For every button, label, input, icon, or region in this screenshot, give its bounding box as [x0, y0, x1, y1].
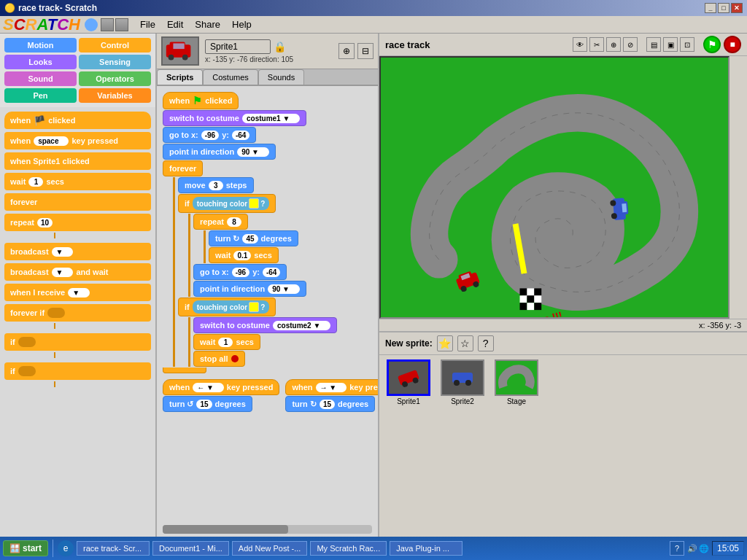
block-switch-costume[interactable]: switch to costume costume1 ▼ — [163, 110, 306, 126]
category-sensing[interactable]: Sensing — [79, 55, 151, 69]
category-variables[interactable]: Variables — [79, 88, 151, 103]
block-when-sprite[interactable]: when Sprite1 clicked — [4, 152, 151, 170]
sprite-thumbnail — [161, 36, 199, 66]
block-point-dir[interactable]: point in direction 90 ▼ — [163, 144, 276, 160]
sprite-item-sprite1[interactable]: Sprite1 — [384, 359, 433, 405]
category-buttons: Motion Control Looks Sensing Sound Opera… — [0, 34, 155, 107]
sprite-selector-header: New sprite: ⭐ ☆ ? — [379, 332, 747, 355]
view-btn3[interactable]: ⊕ — [606, 37, 621, 52]
add-sprite-star[interactable]: ☆ — [457, 335, 473, 351]
layout-btn1[interactable]: ▤ — [646, 37, 661, 52]
sprite2-thumb[interactable] — [441, 359, 484, 396]
category-control[interactable]: Control — [79, 38, 151, 52]
taskbar-wordpress[interactable]: Add New Post -... — [232, 541, 308, 556]
taskbar-word[interactable]: Document1 - Mi... — [152, 541, 229, 556]
category-operators[interactable]: Operators — [79, 71, 151, 86]
block-broadcast[interactable]: broadcast ▼ — [4, 243, 151, 260]
key-scripts-row: when ← ▼ key pressed turn ↺ 15 degrees w… — [163, 379, 372, 417]
block-point2[interactable]: point in direction 90 ▼ — [193, 281, 306, 297]
sprite-item-stage[interactable]: Stage — [492, 359, 541, 405]
ie-icon[interactable]: e — [58, 540, 74, 556]
svg-point-33 — [465, 380, 471, 386]
block-repeat[interactable]: repeat 8 — [193, 214, 248, 230]
block-left-key[interactable]: when ← ▼ key pressed — [163, 379, 279, 395]
tab-costumes[interactable]: Costumes — [203, 69, 258, 85]
menu-edit[interactable]: Edit — [167, 19, 183, 30]
add-sprite-folder[interactable]: ? — [478, 335, 494, 351]
block-repeat[interactable]: repeat 10 — [4, 214, 151, 231]
sprite-name-input[interactable] — [205, 39, 271, 54]
sprite-view-btn1[interactable]: ⊕ — [338, 43, 355, 59]
sprite-item-sprite2[interactable]: Sprite2 — [438, 359, 487, 405]
block-broadcast-wait[interactable]: broadcast ▼ and wait — [4, 263, 151, 281]
scrollbar-thumb[interactable] — [163, 525, 288, 534]
green-flag-button[interactable]: ⚑ — [703, 36, 721, 53]
horizontal-scrollbar[interactable] — [163, 525, 372, 534]
block-turn[interactable]: turn ↻ 45 degrees — [209, 230, 298, 246]
block-forever[interactable]: forever — [4, 193, 151, 211]
taskbar-java[interactable]: Java Plug-in ... — [390, 541, 462, 556]
category-looks[interactable]: Looks — [4, 55, 77, 69]
tray-icon2: 🌐 — [699, 544, 709, 553]
block-right-key[interactable]: when → ▼ key pressed — [285, 379, 378, 395]
tab-scripts[interactable]: Scripts — [157, 69, 203, 85]
close-button[interactable]: ✕ — [731, 3, 743, 13]
block-forever-if[interactable]: forever if — [4, 304, 151, 322]
scripts-area[interactable]: when ⚑ clicked switch to costume costume… — [157, 86, 378, 537]
svg-rect-23 — [520, 303, 527, 310]
minimize-button[interactable]: _ — [705, 3, 716, 13]
taskbar-scratch2[interactable]: My Scratch Rac... — [310, 541, 387, 556]
start-button[interactable]: 🪟 start — [3, 540, 48, 556]
scratch-logo: SCRATCH — [3, 15, 80, 34]
menu-help[interactable]: Help — [232, 19, 252, 30]
block-wait2[interactable]: wait 1 secs — [193, 334, 260, 350]
add-sprite-paint[interactable]: ⭐ — [437, 335, 453, 351]
block-forever[interactable]: forever — [163, 160, 203, 176]
category-pen[interactable]: Pen — [4, 88, 77, 103]
sprite1-thumb[interactable] — [387, 359, 430, 396]
taskbar-systray: 🔊 🌐 — [687, 544, 709, 553]
svg-point-2 — [169, 55, 174, 61]
block-when-flag[interactable]: when 🏴 clicked — [4, 112, 151, 129]
block-wait[interactable]: wait 1 secs — [4, 173, 151, 190]
block-move[interactable]: move 3 steps — [178, 177, 254, 193]
taskbar-help-icon[interactable]: ? — [670, 541, 684, 556]
lock-icon[interactable]: 🔒 — [274, 41, 286, 52]
block-if1[interactable]: if — [4, 333, 151, 351]
save-icon[interactable] — [101, 18, 114, 31]
svg-rect-22 — [534, 295, 541, 303]
block-if-color2[interactable]: if touching color ? — [178, 298, 276, 316]
layout-btn3[interactable]: ⊡ — [680, 37, 694, 52]
block-wait[interactable]: wait 0.1 secs — [209, 247, 279, 263]
block-if2[interactable]: if — [4, 362, 151, 380]
export-icon[interactable] — [115, 18, 128, 31]
titlebar: 🟡 race track- Scratch _ □ ✕ — [0, 0, 747, 16]
tab-sounds[interactable]: Sounds — [258, 69, 304, 85]
stage-thumb[interactable] — [495, 359, 538, 396]
stop-button[interactable]: ■ — [724, 36, 741, 53]
sprite-header: 🔒 x: -135 y: -76 direction: 105 ⊕ ⊟ — [157, 34, 378, 69]
globe-icon[interactable] — [85, 18, 98, 31]
block-switch-costume2[interactable]: switch to costume costume2 ▼ — [193, 317, 337, 333]
block-when-receive[interactable]: when I receive ▼ — [4, 284, 151, 301]
menu-file[interactable]: File — [140, 19, 155, 30]
menu-share[interactable]: Share — [195, 19, 220, 30]
stage-header: race track 👁 ✂ ⊕ ⊘ ▤ ▣ ⊡ ⚑ ■ — [379, 34, 747, 56]
layout-btn2[interactable]: ▣ — [663, 37, 678, 52]
block-stop[interactable]: stop all — [193, 351, 245, 367]
maximize-button[interactable]: □ — [718, 3, 729, 13]
block-turn-right[interactable]: turn ↻ 15 degrees — [285, 396, 375, 412]
block-goto2[interactable]: go to x: -96 y: -64 — [193, 264, 287, 280]
block-when-key[interactable]: when space key pressed — [4, 132, 151, 149]
view-btn2[interactable]: ✂ — [589, 37, 604, 52]
category-sound[interactable]: Sound — [4, 71, 77, 86]
view-btn1[interactable]: 👁 — [573, 37, 587, 52]
category-motion[interactable]: Motion — [4, 38, 77, 52]
block-turn-left[interactable]: turn ↺ 15 degrees — [163, 396, 252, 412]
sprite-view-btn2[interactable]: ⊟ — [357, 43, 374, 59]
block-goto[interactable]: go to x: -96 y: -64 — [163, 127, 256, 143]
taskbar-scratch[interactable]: race track- Scr... — [77, 541, 150, 556]
view-btn4[interactable]: ⊘ — [623, 37, 638, 52]
block-when-clicked[interactable]: when ⚑ clicked — [163, 92, 239, 109]
block-if-color1[interactable]: if touching color ? — [178, 194, 276, 213]
